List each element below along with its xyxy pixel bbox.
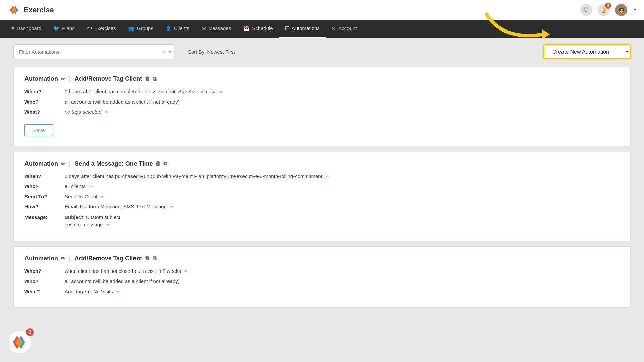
create-new-wrap: Create New Automation bbox=[543, 44, 631, 59]
automation-card-2: Automation ✏ | Send a Message: One Time … bbox=[13, 152, 631, 241]
who-label-3: Who? bbox=[24, 278, 65, 285]
who-label-1: Who? bbox=[24, 98, 65, 106]
what-label-3: What? bbox=[24, 288, 65, 296]
when-label-1: When? bbox=[24, 88, 65, 96]
how-label-2: How? bbox=[24, 203, 65, 211]
dashboard-icon: ≡ bbox=[11, 25, 14, 31]
who-value-3: all accounts (will be added as a client … bbox=[65, 278, 180, 285]
clear-filter-icon[interactable]: ✕ bbox=[162, 49, 166, 54]
nav-account[interactable]: ⊙ Account bbox=[326, 20, 363, 38]
sendto-edit-icon-2[interactable]: ✏ bbox=[101, 194, 104, 199]
nav-messages[interactable]: ✉ Messages bbox=[196, 20, 237, 38]
automation-row-when-3: When? when client has has not closed out… bbox=[24, 267, 620, 275]
nav-dashboard[interactable]: ≡ Dashboard bbox=[5, 20, 47, 38]
exercises-icon: 🏷 bbox=[87, 25, 92, 31]
who-edit-icon-2[interactable]: ✏ bbox=[89, 184, 93, 189]
when-label-3: When? bbox=[24, 267, 65, 275]
floating-badge: 2 bbox=[26, 328, 34, 336]
message-value-2: Subject: Custom subject custom message ✏ bbox=[65, 214, 120, 229]
schedule-icon: 📅 bbox=[243, 25, 250, 32]
automation-card-1: Automation ✏ | Add/Remove Tag Client 🗑 ⧉… bbox=[13, 67, 631, 146]
nav-clients[interactable]: 👤 Clients bbox=[159, 20, 196, 38]
when-edit-icon-1[interactable]: ✏ bbox=[219, 89, 223, 94]
save-button-1[interactable]: Save bbox=[24, 124, 53, 136]
avatar[interactable]: 🧑 bbox=[615, 4, 627, 16]
automation-title-3: Automation ✏ | Add/Remove Tag Client 🗑 ⧉ bbox=[24, 255, 620, 262]
what-edit-icon-1[interactable]: ✏ bbox=[105, 110, 108, 115]
edit-title-icon-1[interactable]: ✏ bbox=[61, 76, 65, 82]
what-value-1: no tags selected ✏ bbox=[65, 108, 108, 116]
avatar-img: 🧑 bbox=[619, 7, 624, 13]
automation-row-message-2: Message: Subject: Custom subject custom … bbox=[24, 214, 620, 229]
sort-label: Sort By: Newest First bbox=[188, 49, 235, 55]
nav-plans[interactable]: 🐦 Plans bbox=[47, 20, 81, 38]
automation-row-when-2: When? 0 days after client has purchased … bbox=[24, 173, 620, 180]
copy-icon-1[interactable]: ⧉ bbox=[153, 76, 156, 82]
nav-bar: ≡ Dashboard 🐦 Plans 🏷 Exercises 👥 Groups… bbox=[0, 20, 644, 38]
when-edit-icon-2[interactable]: ✏ bbox=[326, 174, 329, 179]
what-edit-icon-3[interactable]: ✏ bbox=[116, 289, 120, 294]
automation-type-3: Add/Remove Tag Client bbox=[75, 255, 142, 262]
automation-row-how-2: How? Email, Platform Message, SMS Text M… bbox=[24, 203, 620, 211]
automation-row-when-1: When? 0 hours after client has completed… bbox=[24, 88, 620, 96]
what-label-1: What? bbox=[24, 108, 65, 116]
nav-groups[interactable]: 👥 Groups bbox=[122, 20, 159, 38]
automation-label-3: Automation bbox=[24, 255, 58, 262]
automation-type-2: Send a Message: One Time bbox=[75, 160, 153, 167]
notification-badge: 3 bbox=[605, 3, 611, 9]
automation-row-sendto-2: Send To? Send To Client ✏ bbox=[24, 193, 620, 201]
content-area: ✕ ▾ Sort By: Newest First Create New Aut… bbox=[0, 38, 644, 362]
nav-schedule[interactable]: 📅 Schedule bbox=[237, 20, 279, 38]
app-logo bbox=[8, 4, 20, 16]
sendto-label-2: Send To? bbox=[24, 193, 65, 201]
clients-icon: 👤 bbox=[165, 25, 172, 32]
filter-icons: ✕ ▾ bbox=[162, 49, 171, 54]
how-edit-icon-2[interactable]: ✏ bbox=[170, 204, 174, 209]
automation-label-1: Automation bbox=[24, 75, 58, 82]
when-edit-icon-3[interactable]: ✏ bbox=[184, 269, 188, 274]
nav-automations[interactable]: ☑ Automations bbox=[279, 20, 326, 38]
automations-icon: ☑ bbox=[285, 25, 289, 32]
copy-icon-2[interactable]: ⧉ bbox=[163, 161, 167, 167]
automation-row-who-1: Who? all accounts (will be added as a cl… bbox=[24, 98, 620, 106]
clock-icon[interactable]: ⏱ bbox=[580, 4, 592, 16]
message-label-2: Message: bbox=[24, 214, 65, 229]
app-title: Exercise bbox=[23, 6, 54, 14]
account-icon: ⊙ bbox=[332, 25, 336, 32]
filter-automations-input[interactable] bbox=[13, 44, 174, 59]
nav-exercises[interactable]: 🏷 Exercises bbox=[81, 20, 122, 38]
automation-row-what-3: What? Add Tag(s) : No Visits ✏ bbox=[24, 288, 620, 296]
automation-row-who-3: Who? all accounts (will be added as a cl… bbox=[24, 278, 620, 285]
automation-title-2: Automation ✏ | Send a Message: One Time … bbox=[24, 160, 620, 167]
who-label-2: Who? bbox=[24, 183, 65, 190]
automation-type-1: Add/Remove Tag Client bbox=[75, 75, 142, 82]
create-new-automation-select[interactable]: Create New Automation bbox=[543, 44, 631, 59]
delete-icon-2[interactable]: 🗑 bbox=[155, 161, 161, 167]
automation-row-what-1: What? no tags selected ✏ bbox=[24, 108, 620, 116]
who-value-1: all accounts (will be added as a client … bbox=[65, 98, 180, 106]
top-bar-left: Exercise bbox=[8, 4, 54, 16]
edit-title-icon-3[interactable]: ✏ bbox=[61, 255, 65, 262]
automation-title-1: Automation ✏ | Add/Remove Tag Client 🗑 ⧉ bbox=[24, 75, 620, 82]
when-label-2: When? bbox=[24, 173, 65, 180]
messages-icon: ✉ bbox=[202, 25, 206, 32]
edit-title-icon-2[interactable]: ✏ bbox=[61, 161, 65, 167]
automation-row-who-2: Who? all clients ✏ bbox=[24, 183, 620, 190]
floating-logo[interactable]: 2 bbox=[8, 330, 32, 354]
message-edit-icon-2[interactable]: ✏ bbox=[106, 222, 110, 227]
copy-icon-3[interactable]: ⧉ bbox=[153, 255, 156, 261]
when-value-3: when client has has not closed out a vis… bbox=[65, 267, 188, 275]
delete-icon-3[interactable]: 🗑 bbox=[145, 255, 150, 261]
notification-icon[interactable]: 🔔 3 bbox=[598, 4, 610, 16]
top-bar-right: ⏱ 🔔 3 🧑 ▾ bbox=[580, 4, 636, 16]
automation-card-3: Automation ✏ | Add/Remove Tag Client 🗑 ⧉… bbox=[13, 247, 631, 308]
when-value-2: 0 days after client has purchased Run Cl… bbox=[65, 173, 329, 180]
plans-icon: 🐦 bbox=[53, 25, 60, 32]
avatar-chevron-icon[interactable]: ▾ bbox=[634, 8, 636, 12]
filter-row: ✕ ▾ Sort By: Newest First Create New Aut… bbox=[13, 44, 631, 59]
dropdown-filter-icon[interactable]: ▾ bbox=[169, 49, 171, 54]
how-value-2: Email, Platform Message, SMS Text Messag… bbox=[65, 203, 174, 211]
delete-icon-1[interactable]: 🗑 bbox=[145, 76, 150, 82]
automation-label-2: Automation bbox=[24, 160, 58, 167]
filter-input-wrap: ✕ ▾ bbox=[13, 44, 174, 59]
